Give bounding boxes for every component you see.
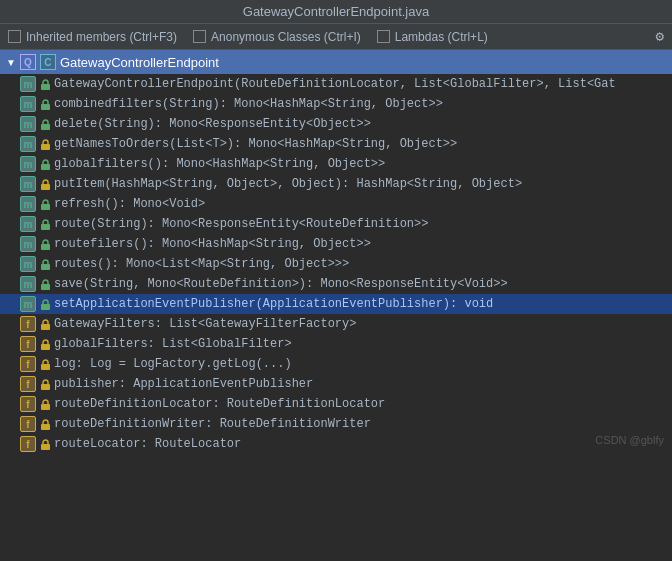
- svg-rect-13: [41, 344, 50, 350]
- method-badge: m: [20, 196, 36, 212]
- svg-rect-18: [41, 444, 50, 450]
- method-badge: m: [20, 276, 36, 292]
- list-item[interactable]: msave(String, Mono<RouteDefinition>): Mo…: [0, 274, 672, 294]
- member-list: mGatewayControllerEndpoint(RouteDefiniti…: [0, 74, 672, 454]
- field-badge: f: [20, 316, 36, 332]
- svg-rect-0: [41, 84, 50, 90]
- anonymous-label: Anonymous Classes (Ctrl+I): [211, 30, 361, 44]
- list-item[interactable]: frouteLocator: RouteLocator: [0, 434, 672, 454]
- svg-rect-10: [41, 284, 50, 290]
- list-item[interactable]: mrefresh(): Mono<Void>: [0, 194, 672, 214]
- method-badge: m: [20, 96, 36, 112]
- title-bar: GatewayControllerEndpoint.java: [0, 0, 672, 24]
- method-badge: m: [20, 216, 36, 232]
- protected-access-icon: [39, 138, 51, 150]
- lambdas-checkbox[interactable]: [377, 30, 390, 43]
- svg-rect-14: [41, 364, 50, 370]
- protected-access-icon: [39, 438, 51, 450]
- protected-access-icon: [39, 398, 51, 410]
- member-text: setApplicationEventPublisher(Application…: [54, 297, 493, 311]
- public-access-icon: [39, 158, 51, 170]
- list-item[interactable]: mgetNamesToOrders(List<T>): Mono<HashMap…: [0, 134, 672, 154]
- method-badge: m: [20, 136, 36, 152]
- protected-access-icon: [39, 178, 51, 190]
- public-access-icon: [39, 278, 51, 290]
- field-badge: f: [20, 396, 36, 412]
- svg-rect-12: [41, 324, 50, 330]
- member-text: globalFilters: List<GlobalFilter>: [54, 337, 292, 351]
- watermark: CSDN @gblfy: [595, 434, 664, 446]
- anonymous-classes-toggle[interactable]: Anonymous Classes (Ctrl+I): [193, 30, 361, 44]
- svg-rect-7: [41, 224, 50, 230]
- list-item[interactable]: flog: Log = LogFactory.getLog(...): [0, 354, 672, 374]
- method-badge: m: [20, 76, 36, 92]
- member-text: save(String, Mono<RouteDefinition>): Mon…: [54, 277, 508, 291]
- member-text: delete(String): Mono<ResponseEntity<Obje…: [54, 117, 371, 131]
- member-text: putItem(HashMap<String, Object>, Object)…: [54, 177, 522, 191]
- member-text: route(String): Mono<ResponseEntity<Route…: [54, 217, 428, 231]
- main-container: GatewayControllerEndpoint.java Inherited…: [0, 0, 672, 454]
- list-item[interactable]: mdelete(String): Mono<ResponseEntity<Obj…: [0, 114, 672, 134]
- member-text: routeDefinitionLocator: RouteDefinitionL…: [54, 397, 385, 411]
- protected-access-icon: [39, 418, 51, 430]
- list-item[interactable]: mroutefilers(): Mono<HashMap<String, Obj…: [0, 234, 672, 254]
- method-badge: m: [20, 256, 36, 272]
- field-badge: f: [20, 376, 36, 392]
- protected-access-icon: [39, 318, 51, 330]
- protected-access-icon: [39, 338, 51, 350]
- member-text: GatewayFilters: List<GatewayFilterFactor…: [54, 317, 356, 331]
- member-text: routeDefinitionWriter: RouteDefinitionWr…: [54, 417, 371, 431]
- public-access-icon: [39, 78, 51, 90]
- inherited-members-toggle[interactable]: Inherited members (Ctrl+F3): [8, 30, 177, 44]
- member-text: refresh(): Mono<Void>: [54, 197, 205, 211]
- list-item[interactable]: fglobalFilters: List<GlobalFilter>: [0, 334, 672, 354]
- svg-rect-3: [41, 144, 50, 150]
- protected-access-icon: [39, 378, 51, 390]
- expand-arrow[interactable]: ▼: [6, 57, 16, 68]
- member-text: GatewayControllerEndpoint(RouteDefinitio…: [54, 77, 616, 91]
- method-badge: m: [20, 116, 36, 132]
- svg-rect-16: [41, 404, 50, 410]
- list-item[interactable]: msetApplicationEventPublisher(Applicatio…: [0, 294, 672, 314]
- member-text: publisher: ApplicationEventPublisher: [54, 377, 313, 391]
- svg-rect-4: [41, 164, 50, 170]
- list-item[interactable]: frouteDefinitionLocator: RouteDefinition…: [0, 394, 672, 414]
- member-text: combinedfilters(String): Mono<HashMap<St…: [54, 97, 443, 111]
- field-badge: f: [20, 416, 36, 432]
- list-item[interactable]: fpublisher: ApplicationEventPublisher: [0, 374, 672, 394]
- list-item[interactable]: mGatewayControllerEndpoint(RouteDefiniti…: [0, 74, 672, 94]
- svg-rect-6: [41, 204, 50, 210]
- svg-rect-8: [41, 244, 50, 250]
- svg-rect-2: [41, 124, 50, 130]
- public-access-icon: [39, 218, 51, 230]
- method-badge: m: [20, 176, 36, 192]
- public-access-icon: [39, 298, 51, 310]
- member-text: routefilers(): Mono<HashMap<String, Obje…: [54, 237, 371, 251]
- member-text: routeLocator: RouteLocator: [54, 437, 241, 451]
- list-item[interactable]: mroute(String): Mono<ResponseEntity<Rout…: [0, 214, 672, 234]
- list-item[interactable]: frouteDefinitionWriter: RouteDefinitionW…: [0, 414, 672, 434]
- list-item[interactable]: mcombinedfilters(String): Mono<HashMap<S…: [0, 94, 672, 114]
- protected-access-icon: [39, 358, 51, 370]
- public-access-icon: [39, 238, 51, 250]
- list-item[interactable]: mputItem(HashMap<String, Object>, Object…: [0, 174, 672, 194]
- inherited-checkbox[interactable]: [8, 30, 21, 43]
- member-text: getNamesToOrders(List<T>): Mono<HashMap<…: [54, 137, 457, 151]
- method-badge: m: [20, 156, 36, 172]
- list-item[interactable]: fGatewayFilters: List<GatewayFilterFacto…: [0, 314, 672, 334]
- svg-rect-5: [41, 184, 50, 190]
- class-name: GatewayControllerEndpoint: [60, 55, 219, 70]
- settings-icon[interactable]: ⚙: [656, 28, 664, 45]
- method-badge: m: [20, 236, 36, 252]
- field-badge: f: [20, 336, 36, 352]
- list-item[interactable]: mglobalfilters(): Mono<HashMap<String, O…: [0, 154, 672, 174]
- anonymous-checkbox[interactable]: [193, 30, 206, 43]
- svg-rect-1: [41, 104, 50, 110]
- public-access-icon: [39, 98, 51, 110]
- lambdas-toggle[interactable]: Lambdas (Ctrl+L): [377, 30, 488, 44]
- file-title: GatewayControllerEndpoint.java: [243, 4, 429, 19]
- member-text: routes(): Mono<List<Map<String, Object>>…: [54, 257, 349, 271]
- public-access-icon: [39, 118, 51, 130]
- list-item[interactable]: mroutes(): Mono<List<Map<String, Object>…: [0, 254, 672, 274]
- quick-search-icon: Q: [20, 54, 36, 70]
